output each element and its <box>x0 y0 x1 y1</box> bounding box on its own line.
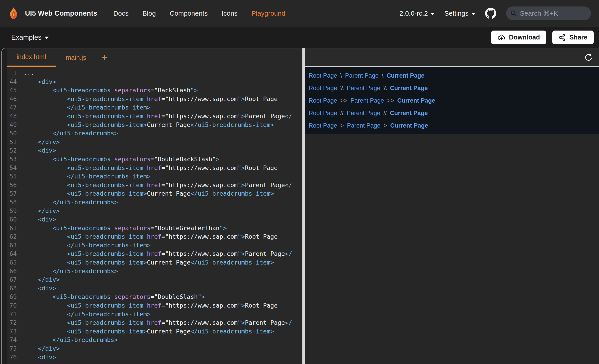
line-number: 62 <box>7 232 17 241</box>
line-number: 71 <box>7 310 17 319</box>
code-line-text: </ui5-breadcrumbs-item> <box>17 103 150 112</box>
breadcrumb-separator: // <box>340 110 344 117</box>
examples-dropdown[interactable]: Examples <box>11 34 49 42</box>
code-line-text: <div> <box>17 353 56 362</box>
code-line-text: <ui5-breadcrumbs separators="DoubleGreat… <box>17 224 227 233</box>
code-line: 52 <div> <box>7 146 302 155</box>
pane-resize-handle[interactable] <box>302 48 305 364</box>
chevron-down-icon <box>471 13 475 15</box>
code-line: 49 <ui5-breadcrumbs-item>Current Page</u… <box>7 121 302 129</box>
tab-index.html[interactable]: index.html <box>7 48 56 67</box>
code-line-text: </ui5-breadcrumbs> <box>17 267 118 276</box>
add-tab-button[interactable]: + <box>96 48 113 67</box>
code-line: 50 </ui5-breadcrumbs> <box>7 129 302 138</box>
nav-link-icons[interactable]: Icons <box>221 9 238 17</box>
code-line: 72 <ui5-breadcrumbs-item href="https://w… <box>7 319 302 327</box>
code-line-text: <ui5-breadcrumbs-item>Current Page</ui5-… <box>17 189 274 198</box>
code-line-text: ... <box>17 69 34 78</box>
code-line-text: </div> <box>17 207 60 215</box>
breadcrumb: Root Page>>Parent Page>>Current Page <box>309 94 599 107</box>
breadcrumb-current[interactable]: Current Page <box>387 72 424 79</box>
code-line: 59 </div> <box>7 207 302 215</box>
code-line: 74 </ui5-breadcrumbs> <box>7 336 302 344</box>
code-line: 53 <ui5-breadcrumbs separators="DoubleBa… <box>7 155 302 164</box>
code-line-text: <div> <box>17 146 56 155</box>
line-number: 44 <box>7 78 17 86</box>
code-line: 76 <div> <box>7 353 302 362</box>
code-line: 65 <ui5-breadcrumbs-item>Current Page</u… <box>7 258 302 267</box>
version-dropdown[interactable]: 2.0.0-rc.2 <box>400 9 435 17</box>
tab-main.js[interactable]: main.js <box>56 48 96 67</box>
nav-link-docs[interactable]: Docs <box>113 9 128 17</box>
bar-actions: Download Share <box>491 31 594 44</box>
line-number: 65 <box>7 258 17 267</box>
code-editor-pane: index.htmlmain.js+ 1...44 <div>45 <ui5-b… <box>7 48 302 364</box>
breadcrumb: Root Page>Parent Page>Current Page <box>309 119 599 132</box>
breadcrumb-link[interactable]: Root Page <box>309 97 337 104</box>
breadcrumb-current[interactable]: Current Page <box>390 85 428 92</box>
share-button[interactable]: Share <box>552 31 594 44</box>
settings-dropdown[interactable]: Settings <box>444 9 475 17</box>
breadcrumb-link[interactable]: Root Page <box>309 72 337 79</box>
code-line-text: <ui5-breadcrumbs-item href="https://www.… <box>17 319 292 327</box>
nav-link-blog[interactable]: Blog <box>142 9 156 17</box>
github-link[interactable] <box>485 8 496 19</box>
preview-pane: Root Page\Parent Page\Current PageRoot P… <box>305 48 599 364</box>
line-number: 70 <box>7 301 17 310</box>
line-number: 73 <box>7 327 17 336</box>
code-line-text: <ui5-breadcrumbs-item>Current Page</ui5-… <box>17 258 274 267</box>
code-line-text: </ui5-breadcrumbs-item> <box>17 241 150 250</box>
breadcrumb-link[interactable]: Root Page <box>309 122 337 129</box>
code-area[interactable]: 1...44 <div>45 <ui5-breadcrumbs separato… <box>7 67 302 364</box>
breadcrumb-link[interactable]: Parent Page <box>345 72 379 79</box>
refresh-icon <box>584 53 593 62</box>
code-line: 69 <ui5-breadcrumbs separators="DoubleSl… <box>7 293 302 301</box>
line-number: 50 <box>7 129 17 138</box>
code-line-text: </div> <box>17 275 60 284</box>
code-line: 64 <ui5-breadcrumbs-item href="https://w… <box>7 250 302 258</box>
line-number: 72 <box>7 319 17 327</box>
nav-link-components[interactable]: Components <box>170 9 208 17</box>
code-line-text: <ui5-breadcrumbs-item href="https://www.… <box>17 95 278 103</box>
breadcrumb-separator: \\ <box>340 85 344 92</box>
github-icon <box>485 8 496 19</box>
main-nav: DocsBlogComponentsIconsPlayground <box>113 9 285 17</box>
navbar-right: 2.0.0-rc.2 Settings <box>400 7 591 20</box>
breadcrumb-link[interactable]: Parent Page <box>347 85 380 92</box>
breadcrumb-current[interactable]: Current Page <box>390 122 428 129</box>
breadcrumb-link[interactable]: Parent Page <box>350 97 384 104</box>
nav-link-playground[interactable]: Playground <box>251 9 285 17</box>
line-number: 60 <box>7 215 17 224</box>
line-number: 56 <box>7 181 17 190</box>
share-icon <box>559 34 566 41</box>
download-button[interactable]: Download <box>491 31 546 44</box>
code-line: 45 <ui5-breadcrumbs separators="BackSlas… <box>7 86 302 95</box>
search-box <box>506 7 591 20</box>
breadcrumb-link[interactable]: Parent Page <box>347 110 380 117</box>
breadcrumb-link[interactable]: Parent Page <box>347 122 380 129</box>
line-number: 51 <box>7 138 17 146</box>
settings-label: Settings <box>444 9 468 17</box>
examples-label: Examples <box>11 34 42 42</box>
code-line-text: <ui5-breadcrumbs-item href="https://www.… <box>17 112 292 121</box>
breadcrumb-link[interactable]: Root Page <box>309 110 337 117</box>
brand-link[interactable]: UI5 Web Components <box>7 7 97 20</box>
code-line: 66 </ui5-breadcrumbs> <box>7 267 302 276</box>
editor-tab-bar: index.htmlmain.js+ <box>7 48 302 67</box>
code-line: 46 <ui5-breadcrumbs-item href="https://w… <box>7 95 302 103</box>
breadcrumb-current[interactable]: Current Page <box>397 97 435 104</box>
code-line-text: <ui5-breadcrumbs-item href="https://www.… <box>17 301 278 310</box>
breadcrumb-link[interactable]: Root Page <box>309 85 337 92</box>
code-line-text: <ui5-breadcrumbs separators="DoubleBackS… <box>17 155 220 164</box>
code-line-text: <ui5-breadcrumbs separators="BackSlash"> <box>17 86 198 95</box>
refresh-button[interactable] <box>583 52 594 63</box>
breadcrumb-separator: \ <box>382 72 383 79</box>
search-input[interactable] <box>506 7 591 20</box>
preview-breadcrumbs: Root Page\Parent Page\Current PageRoot P… <box>305 67 599 134</box>
code-line: 47 </ui5-breadcrumbs-item> <box>7 103 302 112</box>
code-line: 62 <ui5-breadcrumbs-item href="https://w… <box>7 232 302 241</box>
code-line: 71 </ui5-breadcrumbs-item> <box>7 310 302 319</box>
breadcrumb-current[interactable]: Current Page <box>390 110 428 117</box>
code-line-text: </div> <box>17 344 60 353</box>
line-number: 68 <box>7 284 17 293</box>
